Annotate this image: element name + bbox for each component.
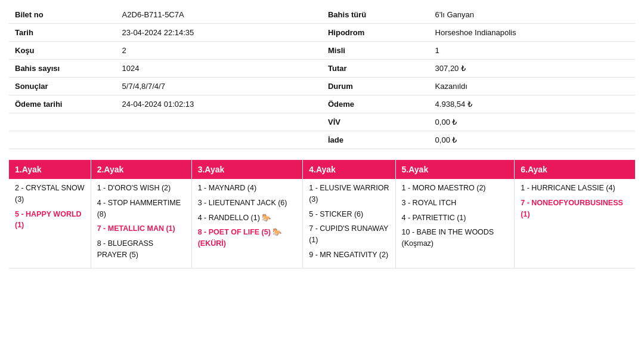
- misli-value: 1: [429, 42, 635, 60]
- ayak4-entry-3: 7 - CUPID'S RUNAWAY (1): [309, 223, 389, 246]
- sonuclar-value: 5/7/4,8/7/4/7: [116, 78, 322, 95]
- bahis-turu-value: 6'lı Ganyan: [429, 6, 635, 24]
- ayak5-cell: 1 - MORO MAESTRO (2) 3 - ROYAL ITCH 4 - …: [395, 179, 515, 268]
- misli-label: Misli: [322, 42, 429, 60]
- iade-label: İade: [322, 131, 429, 149]
- ayak1-cell: 2 - CRYSTAL SNOW (3) 5 - HAPPY WORLD (1): [9, 179, 91, 268]
- sonuclar-label: Sonuçlar: [9, 78, 116, 95]
- ayak3-entry-1: 1 - MAYNARD (4): [198, 183, 297, 194]
- hipodrom-label: Hipodrom: [322, 24, 429, 42]
- ayak3-entry-3: 4 - RANDELLO (1) 🐎: [198, 212, 297, 224]
- ayak5-entry-4: 10 - BABE IN THE WOODS (Koşmaz): [402, 227, 509, 249]
- iade-value: 0,00 ₺: [429, 131, 635, 149]
- durum-value: Kazanıldı: [429, 78, 635, 95]
- odeme-tarihi-value: 24-04-2024 01:02:13: [116, 95, 322, 113]
- ayak4-header: 4.Ayak: [303, 160, 395, 179]
- tutar-label: Tutar: [322, 60, 429, 78]
- kosu-value: 2: [116, 42, 322, 60]
- ayak4-entry-1: 1 - ELUSIVE WARRIOR (3): [309, 183, 389, 205]
- ayak6-cell: 1 - HURRICANE LASSIE (4) 7 - NONEOFYOURB…: [515, 179, 635, 268]
- odeme-value: 4.938,54 ₺: [429, 95, 635, 113]
- viv-label: VİV: [322, 113, 429, 131]
- tarih-label: Tarih: [9, 24, 116, 42]
- odeme-tarihi-label: Ödeme tarihi: [9, 95, 116, 113]
- ayak4-cell: 1 - ELUSIVE WARRIOR (3) 5 - STICKER (6) …: [303, 179, 395, 268]
- ayak1-header: 1.Ayak: [9, 160, 91, 179]
- tutar-value: 307,20 ₺: [429, 60, 635, 78]
- ayak2-entry-4: 8 - BLUEGRASS PRAYER (5): [97, 238, 185, 261]
- ayak6-entry-2: 7 - NONEOFYOURBUSINESS (1): [521, 197, 629, 220]
- bahis-sayisi-label: Bahis sayısı: [9, 60, 116, 78]
- ayak3-entry-2: 3 - LIEUTENANT JACK (6): [198, 197, 297, 209]
- ayak6-header: 6.Ayak: [515, 160, 635, 179]
- ayak2-entry-3: 7 - METALLIC MAN (1): [97, 223, 185, 234]
- ayak1-entry-1: 2 - CRYSTAL SNOW (3): [15, 183, 85, 205]
- ayak5-entry-3: 4 - PATRIETTIC (1): [402, 212, 509, 224]
- ayak5-header: 5.Ayak: [395, 160, 515, 179]
- ayak2-entry-2: 4 - STOP HAMMERTIME (8): [97, 197, 185, 220]
- bahis-turu-label: Bahis türü: [322, 6, 429, 24]
- kosu-label: Koşu: [9, 42, 116, 60]
- ayak5-entry-2: 3 - ROYAL ITCH: [402, 197, 509, 209]
- bilet-no-label: Bilet no: [9, 6, 116, 24]
- ayak4-entry-4: 9 - MR NEGATIVITY (2): [309, 249, 389, 261]
- page-container: Bilet no A2D6-B711-5C7A Bahis türü 6'lı …: [0, 0, 644, 358]
- ayak-table: 1.Ayak 2.Ayak 3.Ayak 4.Ayak 5.Ayak 6.Aya…: [9, 160, 635, 268]
- ayak-data-row: 2 - CRYSTAL SNOW (3) 5 - HAPPY WORLD (1)…: [9, 179, 635, 268]
- tarih-value: 23-04-2024 22:14:35: [116, 24, 322, 42]
- ayak2-entry-1: 1 - D'ORO'S WISH (2): [97, 183, 185, 194]
- odeme-label: Ödeme: [322, 95, 429, 113]
- ayak3-header: 3.Ayak: [191, 160, 303, 179]
- durum-label: Durum: [322, 78, 429, 95]
- ayak4-entry-2: 5 - STICKER (6): [309, 209, 389, 220]
- ayak5-entry-1: 1 - MORO MAESTRO (2): [402, 183, 509, 194]
- hipodrom-value: Horseshoe Indianapolis: [429, 24, 635, 42]
- ayak2-header: 2.Ayak: [91, 160, 191, 179]
- ayak3-cell: 1 - MAYNARD (4) 3 - LIEUTENANT JACK (6) …: [191, 179, 303, 268]
- ayak3-entry-4: 8 - POET OF LIFE (5) 🐎 (EKÜRİ): [198, 227, 297, 249]
- bilet-no-value: A2D6-B711-5C7A: [116, 6, 322, 24]
- ayak1-entry-2: 5 - HAPPY WORLD (1): [15, 209, 85, 232]
- info-table: Bilet no A2D6-B711-5C7A Bahis türü 6'lı …: [9, 6, 635, 149]
- ayak2-cell: 1 - D'ORO'S WISH (2) 4 - STOP HAMMERTIME…: [91, 179, 191, 268]
- ayak6-entry-1: 1 - HURRICANE LASSIE (4): [521, 183, 629, 194]
- bahis-sayisi-value: 1024: [116, 60, 322, 78]
- viv-value: 0,00 ₺: [429, 113, 635, 131]
